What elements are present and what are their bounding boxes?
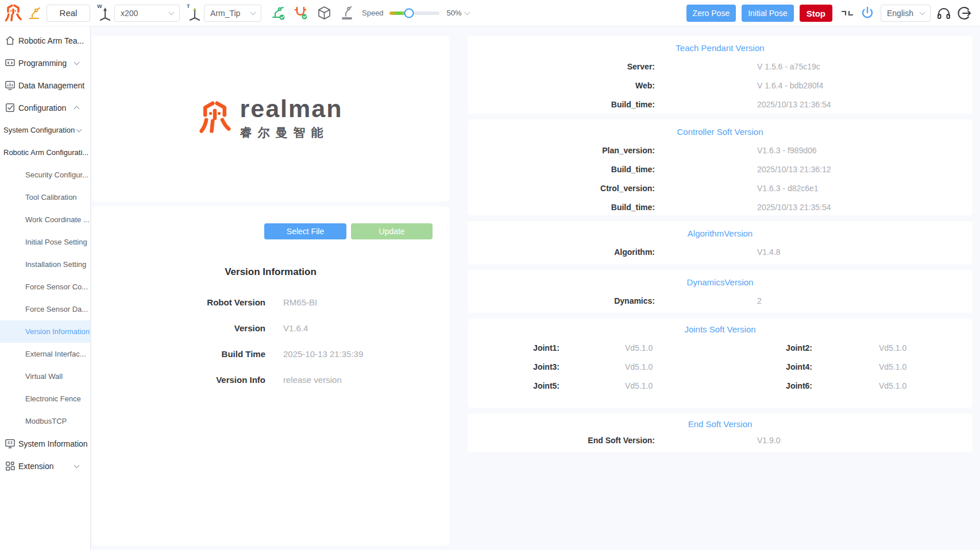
speed-slider[interactable] — [389, 11, 439, 15]
robot-drag-icon[interactable] — [339, 5, 355, 21]
sidebar-item-tool-calibration[interactable]: Tool Calibration — [0, 186, 90, 208]
speed-slider-thumb[interactable] — [404, 8, 414, 18]
sidebar-item-initial-pose-setting[interactable]: Initial Pose Setting — [0, 231, 90, 253]
disconnect-icon[interactable] — [840, 6, 854, 20]
panel-row: Ctrol_version: V1.6.3 - d82c6e1 — [468, 179, 973, 197]
sidebar-item-security-configuration[interactable]: Security Configur... — [0, 164, 90, 186]
select-file-button[interactable]: Select File — [264, 223, 346, 239]
config-icon — [5, 102, 16, 113]
world-axis-letter: W — [97, 3, 102, 9]
brand-logo: realman 睿尔曼智能 — [199, 96, 343, 141]
sidebar-item-modbustcp[interactable]: ModbusTCP — [0, 410, 90, 432]
row-value: Vd5.1.0 — [812, 362, 973, 371]
language-select[interactable]: English — [881, 5, 931, 22]
realman-logo-mark-icon — [199, 99, 231, 139]
zero-pose-button[interactable]: Zero Pose — [686, 5, 736, 22]
top-toolbar: Real W x200 T Arm_Tip — [0, 0, 980, 26]
panel-row: Web: V 1.6.4 - bdb280f4 — [468, 76, 973, 95]
row-label: Server: — [468, 62, 655, 71]
sidebar-item-programming[interactable]: Programming — [0, 52, 90, 74]
sidebar-item-label: Force Sensor Co... — [25, 282, 88, 291]
row-label: Joint2: — [720, 343, 812, 353]
stop-button[interactable]: Stop — [800, 5, 832, 22]
row-label: Build_time: — [468, 203, 655, 212]
cable-connected-icon[interactable] — [294, 5, 309, 21]
sidebar-item-external-interface[interactable]: External Interfac... — [0, 343, 90, 365]
sidebar-item-robotic-arm-teaching[interactable]: Robotic Arm Tea... — [0, 29, 90, 52]
row-label: Joint4: — [720, 362, 812, 371]
speed-percent-dropdown[interactable]: 50% — [447, 9, 469, 17]
sidebar-item-label: Electronic Fence — [25, 394, 81, 403]
panel-title: DynamicsVersion — [468, 270, 973, 287]
sidebar-item-work-coordinate[interactable]: Work Coordinate ... — [0, 208, 90, 231]
algorithm-version-panel: AlgorithmVersion Algorithm: V1.4.8 — [468, 221, 973, 264]
sidebar-item-label: Version Information — [25, 327, 90, 336]
panel-row: Build_time: 2025/10/13 21:36:12 — [468, 160, 973, 179]
sidebar-item-label: Virtual Wall — [25, 372, 63, 381]
panel-row: Server: V 1.5.6 - a75c19c — [468, 57, 973, 76]
sidebar-item-data-management[interactable]: Data Management — [0, 74, 90, 96]
panel-row: Build_time: 2025/10/13 21:36:54 — [468, 95, 973, 114]
frame-select[interactable]: Arm_Tip — [204, 5, 261, 22]
row-label: Build_time: — [468, 165, 655, 174]
row-label: Joint3: — [468, 362, 560, 371]
power-icon[interactable] — [860, 6, 875, 21]
mode-selector[interactable]: Real — [47, 5, 90, 22]
row-value: V1.6.3 - d82c6e1 — [655, 184, 973, 193]
step-scale-select[interactable]: x200 — [114, 5, 180, 22]
chevron-down-icon — [76, 126, 82, 132]
row-label: Dynamics: — [468, 296, 655, 305]
sidebar-item-electronic-fence[interactable]: Electronic Fence — [0, 388, 90, 410]
panel-row: Build_time: 2025/10/13 21:35:54 — [468, 197, 973, 216]
sidebar-item-robotic-arm-configuration[interactable]: Robotic Arm Configurati... — [0, 141, 90, 164]
row-value: Vd5.1.0 — [812, 381, 973, 390]
sidebar-item-installation-setting[interactable]: Installation Setting — [0, 253, 90, 276]
sidebar-item-system-information[interactable]: System Information — [0, 432, 90, 455]
row-value: V 1.5.6 - a75c19c — [655, 62, 973, 71]
chevron-down-icon — [74, 59, 80, 65]
chevron-down-icon — [250, 9, 256, 15]
row-value: 2025-10-13 21:35:39 — [265, 349, 449, 359]
joints-soft-version-panel: Joints Soft Version Joint1: Vd5.1.0 Join… — [468, 319, 973, 408]
sidebar-item-virtual-wall[interactable]: Virtual Wall — [0, 365, 90, 388]
initial-pose-button[interactable]: Initial Pose — [742, 5, 793, 22]
panel-row: Plan_version: V1.6.3 - f989d06 — [468, 141, 973, 160]
panel-row: End Soft Version: V1.9.0 — [468, 431, 973, 450]
teach-arm-icon[interactable] — [27, 6, 42, 21]
sidebar-item-force-sensor-config[interactable]: Force Sensor Co... — [0, 276, 90, 298]
sidebar-item-system-configuration[interactable]: System Configuration — [0, 119, 90, 141]
version-row: Version Info release version — [92, 367, 449, 393]
monitor-icon — [5, 438, 16, 449]
arm-connected-icon[interactable] — [271, 5, 286, 21]
row-value: V1.6.4 — [265, 323, 449, 333]
dynamics-version-panel: DynamicsVersion Dynamics: 2 — [468, 270, 973, 313]
row-label: Joint6: — [720, 381, 812, 390]
realman-logo-icon — [5, 4, 22, 22]
brand-card: realman 睿尔曼智能 — [92, 36, 449, 202]
row-label: Web: — [468, 81, 655, 90]
panel-row: Dynamics: 2 — [468, 291, 973, 310]
sidebar-nav: Robotic Arm Tea... Programming Data Mana… — [0, 26, 91, 550]
row-label: Build_time: — [468, 100, 655, 109]
teach-pendant-version-panel: Teach Pendant Version Server: V 1.5.6 - … — [468, 36, 973, 114]
logout-icon[interactable] — [957, 6, 972, 21]
sidebar-item-label: System Configuration — [3, 126, 75, 134]
sidebar-item-extension[interactable]: Extension — [0, 455, 90, 477]
sidebar-item-label: Security Configur... — [25, 171, 88, 179]
controller-soft-version-panel: Controller Soft Version Plan_version: V1… — [468, 119, 973, 215]
update-button[interactable]: Update — [351, 223, 433, 239]
cube-3d-icon[interactable] — [317, 5, 332, 21]
row-label: Build Time — [92, 349, 265, 359]
sidebar-item-configuration[interactable]: Configuration — [0, 96, 90, 119]
headset-icon[interactable] — [936, 6, 951, 21]
speed-label: Speed — [362, 9, 384, 17]
row-label: Joint1: — [468, 343, 560, 353]
panel-title: Controller Soft Version — [468, 119, 973, 137]
step-scale-value: x200 — [121, 9, 138, 18]
chevron-down-icon — [464, 9, 470, 15]
sidebar-item-label: Configuration — [18, 103, 66, 113]
sidebar-item-version-information[interactable]: Version Information — [0, 320, 90, 343]
language-value: English — [887, 9, 913, 18]
sidebar-item-label: Tool Calibration — [25, 193, 77, 202]
sidebar-item-force-sensor-data[interactable]: Force Sensor Da... — [0, 298, 90, 320]
